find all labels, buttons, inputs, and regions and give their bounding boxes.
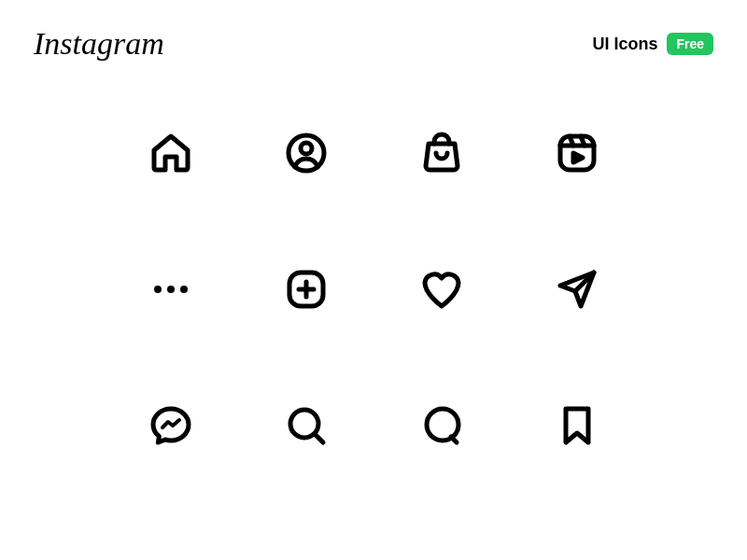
- heart-icon: [416, 263, 468, 315]
- svg-point-5: [180, 286, 188, 293]
- svg-point-3: [154, 286, 162, 293]
- header: Instagram UI Icons Free: [0, 0, 747, 62]
- bookmark-icon: [551, 399, 603, 452]
- svg-point-1: [301, 143, 312, 154]
- messenger-icon: [145, 399, 197, 452]
- profile-icon: [280, 127, 332, 179]
- ui-icons-label: UI Icons: [592, 35, 657, 54]
- free-badge: Free: [667, 33, 713, 55]
- add-icon: [280, 263, 332, 315]
- header-right: UI Icons Free: [592, 33, 713, 55]
- more-icon: [145, 263, 197, 315]
- icon-grid: [0, 62, 747, 452]
- home-icon: [145, 127, 197, 179]
- instagram-logo: Instagram: [34, 26, 164, 62]
- shop-icon: [416, 127, 468, 179]
- search-icon: [280, 399, 332, 452]
- svg-point-4: [167, 286, 175, 293]
- send-icon: [551, 263, 603, 315]
- reels-icon: [551, 127, 603, 179]
- comment-icon: [416, 399, 468, 452]
- svg-line-11: [316, 435, 323, 442]
